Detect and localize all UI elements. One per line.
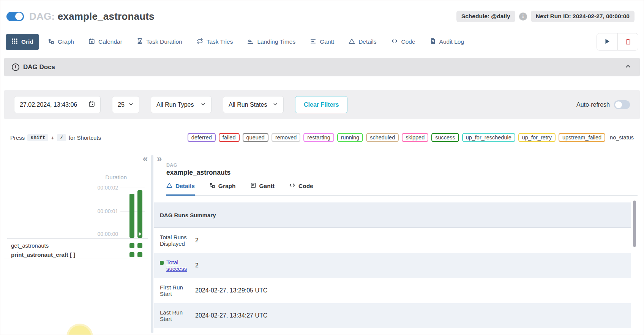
tab-details[interactable]: Details: [343, 34, 382, 50]
tab-label: Landing Times: [257, 38, 295, 45]
tab-graph[interactable]: Graph: [209, 182, 236, 196]
tab-task-tries[interactable]: Task Tries: [191, 34, 239, 50]
calendar-icon: [88, 38, 95, 46]
dag-docs-bar[interactable]: i DAG Docs: [4, 58, 640, 76]
expand-panel-icon[interactable]: »: [157, 154, 162, 163]
chevron-up-icon[interactable]: [625, 63, 631, 71]
table-row: Total Runs Displayed 2: [154, 228, 631, 253]
state-badge-deferred[interactable]: deferred: [188, 133, 216, 142]
table-header: DAG Runs Summary: [154, 208, 230, 222]
y-tick: 00:00:02: [73, 185, 118, 191]
tab-label: Graph: [218, 183, 236, 190]
tab-gantt[interactable]: Gantt: [304, 34, 340, 50]
run-duration-bar[interactable]: [129, 194, 134, 238]
tab-label: Task Tries: [207, 38, 233, 45]
plane-landing-icon: [247, 38, 254, 46]
state-badge-up-for-reschedule[interactable]: up_for_reschedule: [462, 133, 515, 142]
dag-prefix: DAG:: [29, 11, 55, 22]
task-instance-square[interactable]: [137, 252, 142, 257]
shift-key: shift: [27, 134, 48, 141]
state-badge-skipped[interactable]: skipped: [402, 133, 428, 142]
toggle-knob: [15, 13, 23, 20]
page-size-value: 25: [118, 101, 125, 108]
state-badge-upstream-failed[interactable]: upstream_failed: [559, 133, 605, 142]
auto-refresh-toggle[interactable]: [614, 100, 630, 109]
tab-audit-log[interactable]: Audit Log: [424, 34, 470, 50]
toggle-knob: [615, 101, 622, 108]
info-icon[interactable]: i: [519, 13, 527, 21]
task-list: get_astronauts print_astronaut_craft [ ]: [4, 241, 148, 259]
clear-filters-button[interactable]: Clear Filters: [295, 96, 347, 113]
run-types-value: All Run Types: [156, 101, 194, 108]
dag-name: example_astronauts: [58, 11, 155, 22]
gridline: [120, 188, 145, 188]
calendar-icon[interactable]: [88, 101, 95, 109]
task-name[interactable]: get_astronauts: [4, 242, 49, 249]
table-header-row: DAG Runs Summary: [154, 202, 631, 228]
grid-panel: « Duration 00:00:02 00:00:01 00:00:00 ge…: [4, 152, 148, 333]
y-tick: 00:00:01: [73, 208, 118, 214]
row-label: Total Runs Displayed: [154, 230, 195, 251]
vertical-scrollbar[interactable]: [633, 201, 636, 247]
tab-code[interactable]: Code: [289, 182, 313, 196]
task-instance-square[interactable]: [129, 243, 134, 248]
tab-calendar[interactable]: Calendar: [83, 34, 128, 50]
state-badge-success[interactable]: success: [431, 133, 459, 142]
state-badge-removed[interactable]: removed: [271, 133, 300, 142]
collapse-panel-icon[interactable]: «: [143, 154, 148, 163]
tab-code[interactable]: Code: [385, 33, 421, 50]
tab-label: Grid: [21, 38, 33, 45]
tab-label: Code: [298, 183, 313, 190]
base-date-value: 27.02.2024, 13:43:06: [20, 101, 77, 108]
task-name[interactable]: print_astronaut_craft [ ]: [4, 251, 75, 258]
shortcuts-text: Press: [10, 134, 25, 141]
total-success-link[interactable]: Total success: [166, 259, 195, 272]
row-value: 2024-02-27, 13:29:05 UTC: [195, 287, 267, 294]
task-instance-square[interactable]: [129, 252, 134, 257]
chevron-down-icon: [200, 101, 206, 108]
state-legend: deferred failed queued removed restartin…: [188, 133, 634, 142]
run-states-select[interactable]: All Run States: [223, 96, 284, 113]
tab-label: Details: [358, 38, 376, 45]
duration-axis-title: Duration: [73, 174, 127, 180]
dag-pause-toggle[interactable]: [6, 12, 24, 21]
delete-dag-button[interactable]: [617, 33, 638, 50]
page-size-select[interactable]: 25: [112, 96, 139, 113]
task-instance-square[interactable]: [137, 243, 142, 248]
tab-landing-times[interactable]: Landing Times: [242, 34, 301, 50]
trigger-dag-button[interactable]: [597, 33, 617, 50]
tab-details[interactable]: Details: [166, 182, 195, 196]
chevron-down-icon: [273, 101, 278, 108]
state-badge-failed[interactable]: failed: [219, 133, 240, 142]
panel-resize-handle[interactable]: [151, 155, 153, 333]
state-badge-running[interactable]: running: [337, 133, 363, 142]
tab-gantt[interactable]: Gantt: [250, 182, 275, 196]
tab-task-duration[interactable]: Task Duration: [131, 34, 188, 50]
page-title: DAG: example_astronauts: [29, 11, 155, 22]
slash-key: /: [57, 134, 66, 141]
table-row: Total success 2: [154, 253, 631, 278]
run-states-value: All Run States: [229, 101, 267, 108]
next-run-badge: Next Run ID: 2024-02-27, 00:00:00: [531, 11, 635, 22]
base-date-input[interactable]: 27.02.2024, 13:43:06: [14, 96, 101, 113]
task-row[interactable]: get_astronauts: [4, 241, 148, 250]
tab-label: Audit Log: [439, 38, 464, 45]
run-types-select[interactable]: All Run Types: [151, 96, 212, 113]
tab-grid[interactable]: Grid: [6, 34, 39, 50]
panel-title: example_astronauts: [166, 169, 644, 177]
run-duration-bar-selected[interactable]: [137, 190, 142, 238]
triangle-icon: [166, 182, 172, 190]
task-row[interactable]: print_astronaut_craft [ ]: [4, 250, 148, 259]
state-badge-up-for-retry[interactable]: up_for_retry: [518, 133, 556, 142]
tab-label: Task Duration: [146, 38, 182, 45]
graph-icon: [209, 182, 215, 190]
state-badge-scheduled[interactable]: scheduled: [366, 133, 399, 142]
state-badge-restarting[interactable]: restarting: [303, 133, 334, 142]
tab-label: Code: [401, 38, 415, 45]
row-value: 2: [195, 262, 199, 269]
state-badge-queued[interactable]: queued: [243, 133, 268, 142]
dag-action-buttons: [597, 33, 638, 51]
grid-icon: [11, 38, 18, 46]
tab-graph[interactable]: Graph: [42, 34, 80, 50]
row-label: Last Run Start: [154, 305, 195, 326]
